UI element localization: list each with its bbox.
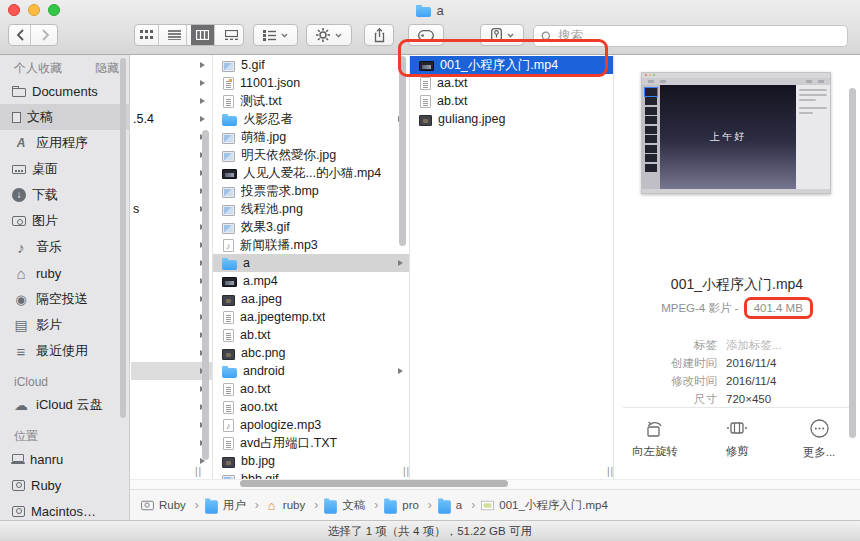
file-row[interactable]: 001_小程序入门.mp4 [410,56,613,74]
forward-button[interactable] [35,25,57,45]
strip-row[interactable] [131,92,212,110]
sidebar-item[interactable]: 隔空投送 [0,286,129,312]
file-row[interactable]: 测试.txt [213,92,409,110]
sidebar-item[interactable]: Documents [0,78,129,104]
preview-scrollbar[interactable] [849,88,856,438]
path-item[interactable]: 文稿 [323,496,383,515]
file-row[interactable]: aa.txt [410,74,613,92]
strip-row[interactable] [131,236,212,254]
file-row[interactable]: ab.txt [213,326,409,344]
strip-row[interactable] [131,164,212,182]
file-row[interactable]: a.mp4 [213,272,409,290]
badge-button[interactable] [480,24,524,46]
file-row[interactable]: 效果3.gif [213,218,409,236]
strip-row[interactable] [131,380,212,398]
strip-row[interactable] [131,416,212,434]
coverflow-view-button[interactable] [219,25,243,45]
rotate-left-button[interactable]: 向左旋转 [623,419,687,460]
column-resize-handle[interactable]: || [607,466,614,477]
strip-row[interactable]: s [131,200,212,218]
file-row[interactable]: 11001.json [213,74,409,92]
strip-row[interactable] [131,218,212,236]
sidebar-item[interactable]: 音乐 [0,234,129,260]
column-view-button[interactable] [191,25,215,45]
column-resize-handle[interactable]: || [403,466,410,477]
file-row[interactable]: avd占用端口.TXT [213,434,409,452]
strip-row[interactable] [131,182,212,200]
more-button[interactable]: 更多... [787,419,851,460]
sidebar-item[interactable]: iCloud 云盘 [0,392,129,418]
sidebar-scrollbar[interactable] [120,58,126,418]
file-row[interactable]: apologize.mp3 [213,416,409,434]
strip-row[interactable] [131,362,212,380]
strip-row[interactable]: .5.4 [131,110,212,128]
strip-scrollbar[interactable] [202,130,209,460]
share-button[interactable] [364,24,394,46]
file-row[interactable]: android [213,362,409,380]
file-row[interactable]: 人见人爱花...的小猫.mp4 [213,164,409,182]
sidebar-item[interactable]: 桌面 [0,156,129,182]
file-row[interactable]: 投票需求.bmp [213,182,409,200]
sidebar-item[interactable]: Ruby [0,472,129,498]
path-item[interactable]: pro [383,496,437,515]
file-row[interactable]: 新闻联播.mp3 [213,236,409,254]
video-preview-thumbnail[interactable]: 上午好 [641,72,831,194]
hide-section-button[interactable]: 隐藏 [95,60,119,77]
file-row[interactable]: ab.txt [410,92,613,110]
strip-row[interactable] [131,308,212,326]
file-row[interactable]: a [213,254,409,272]
trim-button[interactable]: 修剪 [705,419,769,460]
metadata-value[interactable]: 添加标签... [726,338,782,353]
file-row[interactable]: aoo.txt [213,398,409,416]
search-input[interactable] [534,26,847,46]
strip-row[interactable] [131,434,212,452]
file-row[interactable]: aa.jpeg [213,290,409,308]
list-view-button[interactable] [163,25,187,45]
strip-row[interactable] [131,344,212,362]
strip-row[interactable] [131,272,212,290]
file-row[interactable]: 萌猫.jpg [213,128,409,146]
strip-row[interactable] [131,56,212,74]
action-button[interactable] [306,24,352,46]
file-row[interactable]: aa.jpegtemp.txt [213,308,409,326]
strip-row[interactable] [131,398,212,416]
sidebar-item[interactable]: hanru [0,446,129,472]
column-resize-handle[interactable]: || [195,466,202,477]
tag-button[interactable] [408,24,444,46]
file-row[interactable]: 线程池.png [213,200,409,218]
sidebar-item[interactable]: Macintos… [0,498,129,520]
file-row[interactable]: 5.gif [213,56,409,74]
path-item[interactable]: 用户 [204,496,264,515]
strip-row[interactable] [131,146,212,164]
sidebar-item[interactable]: 文稿 [0,104,129,130]
sidebar-item[interactable]: 最近使用 [0,338,129,364]
sidebar-item[interactable]: 下载 [0,182,129,208]
path-item[interactable]: a [437,496,480,515]
file-row[interactable]: 明天依然愛你.jpg [213,146,409,164]
metadata-value[interactable]: 720×450 [726,393,771,405]
file-row[interactable]: 火影忍者 [213,110,409,128]
file-row[interactable]: abc.png [213,344,409,362]
file-row[interactable]: guliang.jpeg [410,110,613,128]
path-item[interactable]: 001_小程序入门.mp4 [480,498,612,513]
strip-row[interactable] [131,254,212,272]
horizontal-scrollbar[interactable] [240,480,508,487]
sidebar-item[interactable]: 图片 [0,208,129,234]
sidebar-item[interactable]: 影片 [0,312,129,338]
metadata-value[interactable]: 2016/11/4 [726,357,776,369]
file-row[interactable]: ao.txt [213,380,409,398]
group-button[interactable] [253,24,298,46]
file-row[interactable]: bbb.gif [213,470,409,479]
file-row[interactable]: bb.jpg [213,452,409,470]
sidebar-item[interactable]: 应用程序 [0,130,129,156]
sidebar-item[interactable]: ruby [0,260,129,286]
strip-row[interactable] [131,74,212,92]
path-item[interactable]: ruby [264,497,323,513]
path-item[interactable]: Ruby [140,498,204,512]
icon-view-button[interactable] [135,25,159,45]
strip-row[interactable] [131,128,212,146]
strip-row[interactable] [131,326,212,344]
column1-scrollbar[interactable] [399,56,406,246]
back-button[interactable] [9,25,31,45]
metadata-value[interactable]: 2016/11/4 [726,375,776,387]
